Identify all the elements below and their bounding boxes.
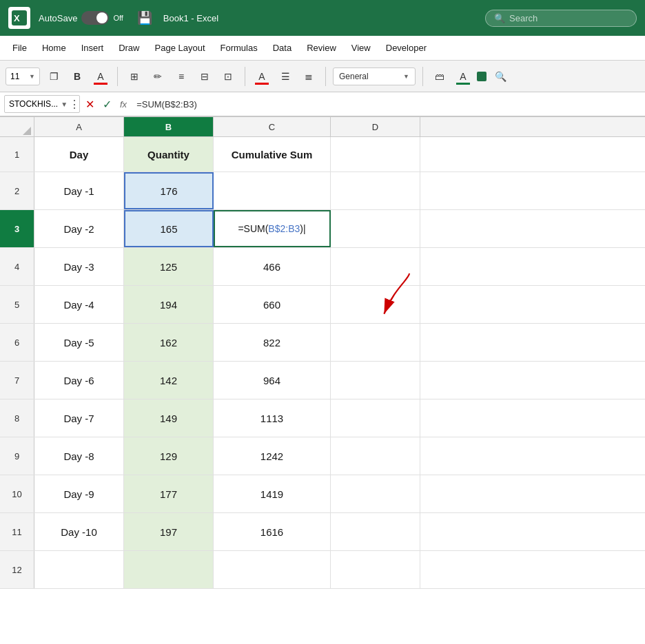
menu-home[interactable]: Home (35, 40, 73, 56)
cell-c2[interactable] (214, 172, 331, 209)
align-left[interactable]: ☰ (276, 67, 295, 86)
cell-c3[interactable]: =SUM(B$2:B3)| (214, 210, 331, 247)
clipboard-icon[interactable]: ❐ (44, 67, 63, 86)
cell-a9[interactable]: Day -8 (34, 437, 124, 475)
row-num-1[interactable]: 1 (0, 137, 34, 172)
menu-draw[interactable]: Draw (112, 40, 146, 56)
cell-d6[interactable] (331, 324, 420, 361)
wrap-text[interactable]: ≣ (299, 67, 318, 86)
cell-c10[interactable]: 1419 (214, 475, 331, 512)
menu-file[interactable]: File (6, 40, 34, 56)
autosave-toggle[interactable] (81, 11, 109, 25)
cell-a6[interactable]: Day -5 (34, 324, 124, 361)
cell-d11[interactable] (331, 513, 420, 550)
autosave-state: Off (113, 14, 123, 22)
cell-a8[interactable]: Day -7 (34, 399, 124, 437)
cell-d2[interactable] (331, 172, 420, 209)
row-num-2[interactable]: 2 (0, 172, 34, 209)
row-num-11[interactable]: 11 (0, 513, 34, 550)
menu-review[interactable]: Review (300, 40, 343, 56)
cell-c12[interactable] (214, 551, 331, 588)
cell-d12[interactable] (331, 551, 420, 588)
formula-input[interactable] (132, 98, 641, 111)
number-format-box[interactable]: General ▼ (333, 67, 416, 85)
font-color-button[interactable]: A (91, 67, 110, 86)
col-header-a[interactable]: A (34, 117, 124, 136)
row-num-9[interactable]: 9 (0, 437, 34, 475)
search-input[interactable] (509, 13, 620, 23)
cell-a12[interactable] (34, 551, 124, 588)
cell-c8[interactable]: 1113 (214, 399, 331, 437)
cell-c6[interactable]: 822 (214, 324, 331, 361)
cell-a11[interactable]: Day -10 (34, 513, 124, 550)
bold-button[interactable]: B (68, 67, 87, 86)
cell-b12[interactable] (124, 551, 214, 588)
menu-formulas[interactable]: Formulas (214, 40, 265, 56)
cell-c9[interactable]: 1242 (214, 437, 331, 475)
cell-d4[interactable] (331, 248, 420, 285)
conditional-format[interactable]: 🗃 (430, 67, 449, 86)
cell-b1[interactable]: Quantity (124, 137, 214, 172)
col-header-d[interactable]: D (331, 117, 420, 136)
highlight-icon[interactable]: A (453, 67, 473, 86)
cell-d5[interactable] (331, 286, 420, 323)
cell-b10[interactable]: 177 (124, 475, 214, 512)
col-header-b[interactable]: B (124, 117, 214, 136)
row-num-7[interactable]: 7 (0, 362, 34, 399)
cell-b9[interactable]: 129 (124, 437, 214, 475)
cell-a2[interactable]: Day -1 (34, 172, 124, 209)
cell-b7[interactable]: 142 (124, 362, 214, 399)
save-icon[interactable]: 💾 (137, 10, 152, 25)
table-row: 5 Day -4 194 660 (0, 286, 645, 324)
cell-d3[interactable] (331, 210, 420, 247)
menu-page-layout[interactable]: Page Layout (148, 40, 212, 56)
row-num-3[interactable]: 3 (0, 210, 34, 247)
menu-insert[interactable]: Insert (74, 40, 111, 56)
search-box[interactable]: 🔍 (485, 10, 637, 27)
cell-b3[interactable]: 165 (124, 210, 214, 247)
align-center[interactable]: ≡ (172, 67, 191, 86)
fill-color-button[interactable]: A (252, 67, 272, 86)
search-ribbon-icon[interactable]: 🔍 (491, 67, 510, 86)
cell-a4[interactable]: Day -3 (34, 248, 124, 285)
confirm-button[interactable]: ✓ (100, 96, 114, 112)
cancel-button[interactable]: ✕ (83, 96, 97, 112)
cell-d9[interactable] (331, 437, 420, 475)
cell-c11[interactable]: 1616 (214, 513, 331, 550)
row-num-4[interactable]: 4 (0, 248, 34, 285)
cell-c7[interactable]: 964 (214, 362, 331, 399)
menu-developer[interactable]: Developer (379, 40, 433, 56)
cell-d7[interactable] (331, 362, 420, 399)
font-size-box[interactable]: 11 ▼ (6, 67, 40, 85)
name-box[interactable]: STOCKHIS... ▼ ⋮ (4, 95, 80, 113)
cell-a5[interactable]: Day -4 (34, 286, 124, 323)
border-button[interactable]: ⊞ (125, 67, 144, 86)
cell-b11[interactable]: 197 (124, 513, 214, 550)
menu-data[interactable]: Data (266, 40, 298, 56)
row-num-12[interactable]: 12 (0, 551, 34, 588)
menu-view[interactable]: View (345, 40, 378, 56)
cell-d1[interactable] (331, 137, 420, 172)
cell-a10[interactable]: Day -9 (34, 475, 124, 512)
row-num-6[interactable]: 6 (0, 324, 34, 361)
col-header-c[interactable]: C (214, 117, 331, 136)
table-icon[interactable]: ⊟ (195, 67, 214, 86)
format-icon[interactable]: ⊡ (218, 67, 238, 86)
cell-b4[interactable]: 125 (124, 248, 214, 285)
cell-b8[interactable]: 149 (124, 399, 214, 437)
cell-c1[interactable]: Cumulative Sum (214, 137, 331, 172)
row-num-10[interactable]: 10 (0, 475, 34, 512)
cell-a7[interactable]: Day -6 (34, 362, 124, 399)
cell-c5[interactable]: 660 (214, 286, 331, 323)
row-num-8[interactable]: 8 (0, 399, 34, 437)
cell-d10[interactable] (331, 475, 420, 512)
cell-a3[interactable]: Day -2 (34, 210, 124, 247)
eraser-icon[interactable]: ✏ (148, 67, 167, 86)
cell-b5[interactable]: 194 (124, 286, 214, 323)
row-num-5[interactable]: 5 (0, 286, 34, 323)
cell-b2[interactable]: 176 (124, 172, 214, 209)
cell-c4[interactable]: 466 (214, 248, 331, 285)
cell-b6[interactable]: 162 (124, 324, 214, 361)
cell-a1[interactable]: Day (34, 137, 124, 172)
cell-d8[interactable] (331, 399, 420, 437)
